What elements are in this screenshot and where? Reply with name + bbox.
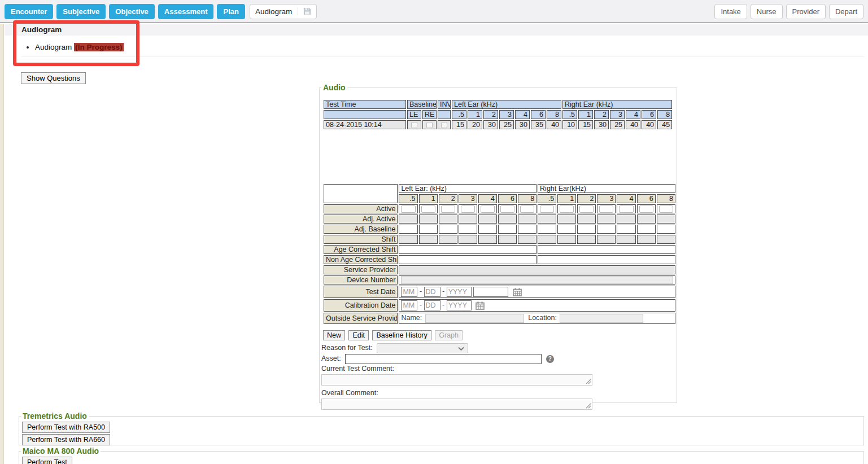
baseline-re-checkbox[interactable] xyxy=(426,122,433,128)
calibration-date-yyyy-input[interactable] xyxy=(447,300,472,310)
provider-button[interactable]: Provider xyxy=(786,4,826,19)
right-value: 15 xyxy=(578,120,593,129)
active-input[interactable] xyxy=(500,205,514,213)
audiogram-document-link[interactable]: Audiogram xyxy=(35,43,72,51)
active-input[interactable] xyxy=(619,205,633,213)
list-item: Audiogram(In Progress) xyxy=(35,42,124,52)
nav-assessment-button[interactable]: Assessment xyxy=(158,4,214,19)
freq-header: .5 xyxy=(452,110,466,119)
active-input[interactable] xyxy=(579,205,594,213)
active-input[interactable] xyxy=(481,205,495,213)
col-right-ear: Right Ear (kHz) xyxy=(562,100,672,109)
active-input[interactable] xyxy=(639,205,653,213)
outside-provider-name-input[interactable] xyxy=(425,314,524,323)
freq-header: 1 xyxy=(419,194,438,203)
empty-header-cell xyxy=(324,110,406,119)
active-input[interactable] xyxy=(659,205,673,213)
row-label-adj-baseline: Adj. Baseline xyxy=(324,225,398,234)
freq-header: 2 xyxy=(577,194,596,203)
freq-header: .5 xyxy=(399,194,417,203)
reason-for-test-select[interactable] xyxy=(377,343,468,353)
freq-header: 8 xyxy=(547,110,561,119)
freq-header: .5 xyxy=(538,194,556,203)
inv-checkbox[interactable] xyxy=(441,122,447,128)
right-value: 10 xyxy=(562,120,577,129)
active-input[interactable] xyxy=(560,205,574,213)
asset-input[interactable] xyxy=(345,354,542,364)
active-input[interactable] xyxy=(421,205,435,213)
row-label-outside-service-provider: Outside Service Provider xyxy=(324,313,398,324)
freq-header: 8 xyxy=(657,194,675,203)
freq-header: 6 xyxy=(642,110,656,119)
save-icon[interactable] xyxy=(298,7,311,15)
help-icon[interactable]: ? xyxy=(546,355,554,363)
table-row[interactable]: 08-24-2015 10:14 15 20 30 25 30 35 40 10… xyxy=(324,120,672,129)
perform-test-ra500-button[interactable]: Perform Test with RA500 xyxy=(22,422,110,433)
nurse-button[interactable]: Nurse xyxy=(751,4,783,19)
active-input[interactable] xyxy=(540,205,554,213)
test-date-time-input[interactable] xyxy=(473,287,508,297)
left-value: 35 xyxy=(531,120,546,129)
depart-button[interactable]: Depart xyxy=(829,4,863,19)
nav-objective-button[interactable]: Objective xyxy=(109,4,155,19)
show-questions-button[interactable]: Show Questions xyxy=(21,72,86,84)
overall-comment-textarea[interactable] xyxy=(321,399,592,410)
maico-perform-test-button[interactable]: Perform Test xyxy=(22,457,72,464)
freq-header: 3 xyxy=(459,194,477,203)
location-label: Location: xyxy=(528,314,557,322)
tab-audiogram[interactable]: Audiogram xyxy=(250,4,317,19)
tremetrics-legend: Tremetrics Audio xyxy=(21,412,89,421)
list-divider xyxy=(21,56,864,57)
asset-row: Asset: ? xyxy=(321,354,554,364)
calendar-icon[interactable] xyxy=(476,301,485,310)
outside-service-provider-row: Outside Service Provider Name: Location: xyxy=(324,313,675,324)
perform-test-ra660-button[interactable]: Perform Test with RA660 xyxy=(22,434,110,445)
right-value: 45 xyxy=(657,120,672,129)
calibration-date-row: Calibration Date - - xyxy=(324,299,675,312)
test-date-dd-input[interactable] xyxy=(424,287,440,297)
freq-header: 3 xyxy=(499,110,514,119)
active-input[interactable] xyxy=(599,205,613,213)
left-value: 25 xyxy=(499,120,514,129)
freq-header: 3 xyxy=(597,194,616,203)
service-provider-row: Service Provider xyxy=(324,265,675,274)
active-input[interactable] xyxy=(441,205,455,213)
date-separator: - xyxy=(442,301,444,309)
nav-plan-button[interactable]: Plan xyxy=(217,4,245,19)
test-time-cell: 08-24-2015 10:14 xyxy=(324,120,406,129)
current-test-comment-textarea[interactable] xyxy=(321,374,592,386)
test-date-mm-input[interactable] xyxy=(401,287,417,297)
calendar-icon[interactable] xyxy=(513,288,522,296)
active-input[interactable] xyxy=(520,205,534,213)
action-button-row: New Edit Baseline History Graph xyxy=(323,330,464,340)
nav-encounter-button[interactable]: Encounter xyxy=(5,4,53,19)
device-number-input[interactable] xyxy=(401,276,673,284)
baseline-le-checkbox[interactable] xyxy=(411,122,417,128)
active-input[interactable] xyxy=(401,205,415,213)
top-toolbar: Encounter Subjective Objective Assessmen… xyxy=(0,0,868,23)
baseline-re-cell xyxy=(422,120,437,129)
calibration-date-mm-input[interactable] xyxy=(401,300,417,310)
outside-provider-location-input[interactable] xyxy=(560,314,643,323)
left-value: 40 xyxy=(547,120,561,129)
row-label-adj-active: Adj. Active xyxy=(324,215,398,224)
new-button[interactable]: New xyxy=(323,330,345,340)
audio-panel-legend: Audio xyxy=(321,83,347,92)
freq-header: 2 xyxy=(594,110,609,119)
test-date-yyyy-input[interactable] xyxy=(447,287,472,297)
nav-subjective-button[interactable]: Subjective xyxy=(56,4,106,19)
left-edge-strip xyxy=(0,24,4,464)
freq-header: 8 xyxy=(657,110,672,119)
calibration-date-dd-input[interactable] xyxy=(424,300,440,310)
edit-button[interactable]: Edit xyxy=(348,330,369,340)
row-label-shift: Shift xyxy=(324,235,398,244)
tab-audiogram-label: Audiogram xyxy=(255,7,292,16)
inv-cell xyxy=(438,120,451,129)
active-input[interactable] xyxy=(461,205,475,213)
resize-grip-icon xyxy=(586,403,591,409)
adj-active-row: Adj. Active xyxy=(324,215,675,224)
freq-header: 6 xyxy=(498,194,517,203)
intake-button[interactable]: Intake xyxy=(714,4,747,19)
empty-corner-cell xyxy=(324,184,398,203)
baseline-history-button[interactable]: Baseline History xyxy=(372,330,431,340)
